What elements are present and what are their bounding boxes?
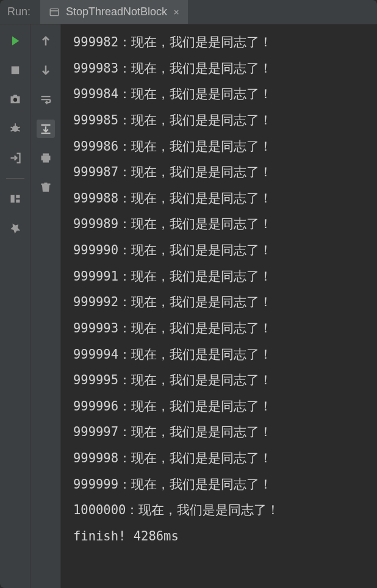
svg-point-4 [12, 126, 18, 132]
console-line: 999989：现在，我们是是同志了！ [73, 211, 377, 237]
svg-rect-13 [43, 159, 49, 162]
console-line: finish! 4286ms [73, 523, 377, 550]
layout-button[interactable] [6, 190, 24, 208]
close-icon[interactable]: × [173, 6, 179, 18]
run-label: Run: [7, 5, 31, 18]
tab-title: StopThreadNotBlock [66, 5, 167, 18]
debug-button[interactable] [6, 120, 24, 138]
console-line: 999996：现在，我们是是同志了！ [73, 393, 377, 420]
stop-button[interactable] [6, 61, 24, 79]
svg-rect-10 [10, 195, 14, 203]
console-line: 999990：现在，我们是是同志了！ [73, 237, 377, 264]
application-icon [49, 7, 60, 18]
divider [6, 178, 24, 179]
console-line: 999999：现在，我们是是同志了！ [73, 471, 377, 498]
scroll-up-button[interactable] [37, 32, 55, 50]
svg-line-8 [10, 131, 13, 131]
soft-wrap-button[interactable] [37, 90, 55, 109]
svg-point-3 [13, 98, 16, 102]
svg-rect-0 [50, 9, 59, 15]
console-line: 999982：现在，我们是是同志了！ [73, 29, 377, 56]
pin-button[interactable] [6, 219, 24, 237]
toolbar-left [0, 24, 31, 588]
svg-rect-2 [11, 66, 19, 74]
scroll-to-end-button[interactable] [37, 120, 55, 138]
console-line: 999987：现在，我们是是同志了！ [73, 159, 377, 185]
screenshot-button[interactable] [6, 90, 24, 109]
console-line: 999986：现在，我们是是同志了！ [73, 134, 377, 160]
clear-all-button[interactable] [37, 178, 55, 196]
main-area: 999982：现在，我们是是同志了！ 999983：现在，我们是是同志了！ 99… [0, 24, 377, 588]
svg-rect-14 [41, 184, 50, 185]
console-line: 999995：现在，我们是是同志了！ [73, 367, 377, 393]
exit-button[interactable] [6, 149, 24, 167]
console-line: 999988：现在，我们是是同志了！ [73, 185, 377, 212]
run-button[interactable] [6, 32, 24, 50]
scroll-down-button[interactable] [37, 61, 55, 79]
run-tab[interactable]: StopThreadNotBlock × [40, 0, 188, 24]
console-line: 999992：现在，我们是是同志了！ [73, 289, 377, 315]
svg-line-7 [17, 127, 20, 128]
svg-rect-12 [16, 199, 20, 203]
console-line: 999997：现在，我们是是同志了！ [73, 419, 377, 445]
console-line: 1000000：现在，我们是是同志了！ [73, 497, 377, 523]
run-header: Run: StopThreadNotBlock × [0, 0, 377, 24]
console-line: 999991：现在，我们是是同志了！ [73, 264, 377, 290]
console-line: 999985：现在，我们是是同志了！ [73, 107, 377, 134]
svg-line-9 [17, 131, 20, 131]
svg-rect-11 [16, 195, 20, 198]
svg-line-6 [10, 127, 13, 128]
console-line: 999993：现在，我们是是同志了！ [73, 315, 377, 342]
console-line: 999994：现在，我们是是同志了！ [73, 342, 377, 368]
console-line: 999998：现在，我们是是同志了！ [73, 445, 377, 471]
console-output[interactable]: 999982：现在，我们是是同志了！ 999983：现在，我们是是同志了！ 99… [61, 24, 377, 588]
toolbar-right [31, 24, 61, 588]
console-line: 999984：现在，我们是是同志了！ [73, 81, 377, 107]
print-button[interactable] [37, 149, 55, 167]
console-line: 999983：现在，我们是是同志了！ [73, 56, 377, 82]
